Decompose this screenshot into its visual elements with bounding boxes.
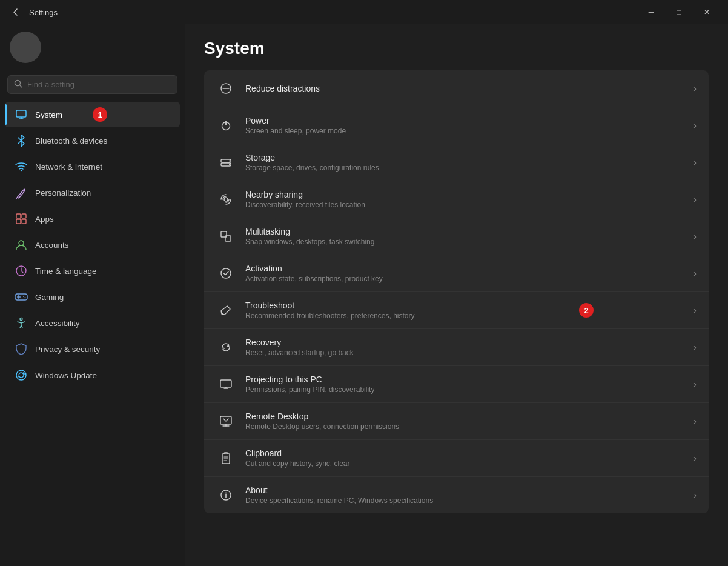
search-input[interactable] [27,80,171,89]
sidebar-item-label-accessibility: Accessibility [35,319,80,328]
item-name-multitasking: Multitasking [245,227,693,236]
sidebar-item-label-system: System [35,110,62,119]
item-name-storage: Storage [245,153,693,162]
sidebar-item-privacy[interactable]: Privacy & security [5,336,180,362]
user-profile [0,24,185,70]
about-icon [216,485,236,505]
svg-point-16 [25,297,26,298]
settings-item-reduce-distractions[interactable]: Reduce distractions › [204,70,709,107]
svg-rect-7 [22,214,26,218]
settings-item-storage[interactable]: Storage Storage space, drives, configura… [204,144,709,181]
recovery-icon [216,338,236,357]
chevron-icon: › [693,379,697,389]
minimize-button[interactable]: ─ [637,2,665,22]
svg-line-1 [20,85,22,88]
settings-item-activation[interactable]: Activation Activation state, subscriptio… [204,255,709,292]
annotation-badge-2: 2 [579,303,594,318]
settings-item-clipboard[interactable]: Clipboard Cut and copy history, sync, cl… [204,440,709,477]
chevron-icon: › [693,195,697,204]
sidebar-item-label-network: Network & internet [35,162,102,171]
item-desc-about: Device specifications, rename PC, Window… [245,496,693,505]
sidebar-item-accounts[interactable]: Accounts [5,232,180,258]
chevron-icon: › [693,453,697,463]
power-icon [216,116,236,135]
storage-icon [216,153,236,172]
item-name-nearby: Nearby sharing [245,190,693,199]
maximize-button[interactable]: □ [665,2,693,22]
main-layout: System 1 Bluetooth & devices [0,24,728,566]
sidebar-item-time[interactable]: Time & language [5,258,180,284]
titlebar: Settings ─ □ ✕ [0,0,728,24]
svg-point-30 [221,268,231,278]
chevron-icon: › [693,84,697,93]
sidebar-item-label-personalization: Personalization [35,188,91,198]
annotation-badge-1: 1 [93,107,107,122]
sidebar: System 1 Bluetooth & devices [0,24,185,566]
accounts-icon [15,238,28,251]
multitasking-icon [216,227,236,246]
settings-item-troubleshoot[interactable]: Troubleshoot Recommended troubleshooters… [204,292,709,329]
sidebar-item-personalization[interactable]: Personalization [5,180,180,205]
item-name-remote: Remote Desktop [245,411,693,421]
sidebar-item-label-privacy: Privacy & security [35,345,100,354]
chevron-icon: › [693,416,697,426]
svg-point-26 [229,164,230,165]
reduce-distractions-icon [216,79,236,98]
chevron-icon: › [693,268,697,278]
search-icon [14,79,22,90]
personalization-icon [15,186,28,199]
sidebar-item-label-accounts: Accounts [35,241,69,250]
close-button[interactable]: ✕ [693,2,721,22]
sidebar-item-update[interactable]: Windows Update [5,362,180,388]
item-desc-recovery: Reset, advanced startup, go back [245,348,693,357]
projecting-icon [216,375,236,394]
chevron-icon: › [693,342,697,352]
gaming-icon [15,290,28,304]
sidebar-item-apps[interactable]: Apps [5,206,180,231]
settings-item-projecting[interactable]: Projecting to this PC Permissions, pairi… [204,366,709,403]
activation-icon [216,264,236,283]
item-name-activation: Activation [245,264,693,273]
settings-item-multitasking[interactable]: Multitasking Snap windows, desktops, tas… [204,218,709,255]
sidebar-item-bluetooth[interactable]: Bluetooth & devices [5,128,180,153]
back-button[interactable] [7,4,24,21]
svg-rect-32 [220,380,231,387]
app-title: Settings [29,8,58,17]
sidebar-item-label-bluetooth: Bluetooth & devices [35,136,107,145]
sidebar-item-gaming[interactable]: Gaming [5,284,180,310]
settings-item-about[interactable]: About Device specifications, rename PC, … [204,477,709,513]
settings-item-nearby-sharing[interactable]: Nearby sharing Discoverability, received… [204,181,709,218]
window-controls: ─ □ ✕ [637,2,721,22]
titlebar-nav: Settings [7,4,58,21]
sidebar-item-network[interactable]: Network & internet [5,154,180,179]
sidebar-item-accessibility[interactable]: Accessibility [5,310,180,336]
sidebar-item-label-time: Time & language [35,267,97,276]
item-name-about: About [245,485,693,495]
svg-point-18 [16,370,26,380]
sidebar-item-label-apps: Apps [35,215,54,224]
sidebar-item-label-update: Windows Update [35,371,97,380]
item-desc-storage: Storage space, drives, configuration rul… [245,164,693,172]
network-icon [15,160,28,173]
search-box[interactable] [7,75,177,94]
privacy-icon [15,342,28,356]
settings-item-remote-desktop[interactable]: Remote Desktop Remote Desktop users, con… [204,403,709,440]
item-name-projecting: Projecting to this PC [245,375,693,384]
nav-list: System 1 Bluetooth & devices [0,101,185,388]
svg-point-10 [19,241,24,245]
item-desc-nearby: Discoverability, received files location [245,201,693,209]
sidebar-item-system[interactable]: System 1 [5,102,180,127]
chevron-icon: › [693,231,697,241]
item-desc-projecting: Permissions, pairing PIN, discoverabilit… [245,385,693,394]
settings-group: Reduce distractions › Power Screen and s… [204,70,709,513]
svg-rect-8 [16,219,21,224]
system-icon [15,108,28,121]
settings-item-power[interactable]: Power Screen and sleep, power mode › [204,107,709,144]
update-icon [15,368,28,382]
item-desc-clipboard: Cut and copy history, sync, clear [245,459,693,468]
remote-desktop-icon [216,411,236,431]
svg-rect-9 [22,219,26,224]
item-desc-power: Screen and sleep, power mode [245,127,693,135]
chevron-icon: › [693,121,697,130]
settings-item-recovery[interactable]: Recovery Reset, advanced startup, go bac… [204,329,709,366]
